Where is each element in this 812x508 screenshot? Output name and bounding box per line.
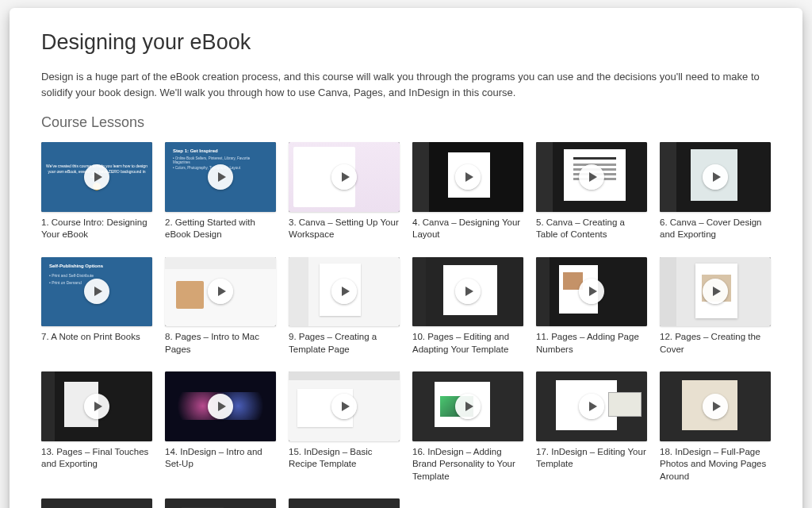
lesson-thumbnail (412, 257, 523, 327)
lesson-title: 12. Pages – Creating the Cover (660, 331, 771, 356)
lesson-thumbnail (289, 257, 400, 327)
slide-header: Self-Publishing Options (49, 264, 144, 268)
lesson-title: 9. Pages – Creating a Template Page (289, 331, 400, 356)
page-title: Designing your eBook (41, 30, 771, 55)
lesson-title: 4. Canva – Designing Your Layout (412, 217, 523, 241)
lesson-item[interactable]: 19. InDesign – Cover Design (41, 498, 152, 508)
lesson-item[interactable]: 21. InDesign – Final Touches and Exporti… (289, 498, 400, 508)
lesson-thumbnail (536, 371, 647, 441)
lesson-thumbnail (536, 257, 647, 327)
lesson-title: 5. Canva – Creating a Table of Contents (536, 217, 647, 241)
lesson-title: 11. Pages – Adding Page Numbers (536, 331, 647, 356)
page-description: Design is a huge part of the eBook creat… (41, 69, 771, 100)
play-icon (331, 394, 357, 419)
lesson-item[interactable]: Step 1: Get Inspired • Online Book Selle… (165, 142, 276, 241)
lesson-item[interactable]: 8. Pages – Intro to Mac Pages (165, 257, 276, 356)
section-title: Course Lessons (41, 114, 771, 131)
lesson-title: 15. InDesign – Basic Recipe Template (289, 446, 400, 471)
lesson-title: 2. Getting Started with eBook Design (165, 217, 276, 241)
lesson-thumbnail (41, 498, 152, 508)
lesson-item[interactable]: 9. Pages – Creating a Template Page (289, 257, 400, 356)
lesson-item[interactable]: Self-Publishing Options • Print and Self… (41, 257, 152, 356)
play-icon (579, 394, 604, 419)
lesson-title: 18. InDesign – Full-Page Photos and Movi… (660, 446, 771, 483)
lesson-thumbnail (289, 498, 400, 508)
play-icon (455, 164, 481, 190)
play-icon (84, 164, 109, 190)
lesson-item[interactable]: 4. Canva – Designing Your Layout (412, 142, 523, 241)
lesson-thumbnail (165, 257, 276, 327)
slide-line: • Online Book Sellers, Pinterest, Librar… (173, 156, 268, 164)
lessons-grid: We've created this course to help you le… (41, 142, 771, 508)
lesson-title: 1. Course Intro: Designing Your eBook (41, 217, 152, 241)
lesson-item[interactable]: 3. Canva – Setting Up Your Workspace (289, 142, 400, 241)
lesson-thumbnail (660, 371, 771, 441)
lesson-item[interactable]: 6. Canva – Cover Design and Exporting (660, 142, 771, 241)
lesson-title: 8. Pages – Intro to Mac Pages (165, 331, 276, 356)
lesson-thumbnail (289, 142, 400, 212)
play-icon (455, 394, 481, 419)
lesson-thumbnail (536, 142, 647, 212)
lesson-item[interactable]: 12. Pages – Creating the Cover (660, 257, 771, 356)
lesson-title: 13. Pages – Final Touches and Exporting (41, 446, 152, 471)
lesson-title: 14. InDesign – Intro and Set-Up (165, 446, 276, 471)
lesson-thumbnail: Self-Publishing Options • Print and Self… (41, 257, 152, 327)
lesson-item[interactable]: 16. InDesign – Adding Brand Personality … (412, 371, 523, 483)
play-icon (208, 164, 233, 190)
lesson-thumbnail (165, 498, 276, 508)
play-icon (579, 279, 604, 304)
lesson-title: 16. InDesign – Adding Brand Personality … (412, 446, 523, 483)
lesson-thumbnail (165, 371, 276, 441)
lesson-thumbnail (412, 371, 523, 441)
lesson-thumbnail (660, 257, 771, 327)
play-icon (455, 279, 481, 304)
lesson-thumbnail (412, 142, 523, 212)
lesson-item[interactable]: 11. Pages – Adding Page Numbers (536, 257, 647, 356)
lesson-thumbnail (660, 142, 771, 212)
play-icon (703, 279, 728, 304)
play-icon (84, 394, 109, 419)
play-icon (84, 279, 109, 304)
lesson-title: 17. InDesign – Editing Your Template (536, 446, 647, 471)
lesson-title: 6. Canva – Cover Design and Exporting (660, 217, 771, 241)
lesson-thumbnail: We've created this course to help you le… (41, 142, 152, 212)
lesson-title: 7. A Note on Print Books (41, 331, 152, 344)
lesson-thumbnail (289, 371, 400, 441)
play-icon (208, 279, 233, 304)
lesson-item[interactable]: 10. Pages – Editing and Adapting Your Te… (412, 257, 523, 356)
play-icon (703, 164, 728, 190)
slide-line: • Print and Self-Distribute (49, 273, 144, 278)
play-icon (331, 164, 357, 190)
lesson-item[interactable]: 5. Canva – Creating a Table of Contents (536, 142, 647, 241)
course-card: Designing your eBook Design is a huge pa… (10, 8, 802, 508)
play-icon (331, 279, 357, 304)
lesson-thumbnail (41, 371, 152, 441)
play-icon (208, 394, 233, 419)
play-icon (579, 164, 604, 190)
lesson-item[interactable]: 14. InDesign – Intro and Set-Up (165, 371, 276, 483)
lesson-item[interactable]: 17. InDesign – Editing Your Template (536, 371, 647, 483)
lesson-thumbnail: Step 1: Get Inspired • Online Book Selle… (165, 142, 276, 212)
lesson-item[interactable]: 18. InDesign – Full-Page Photos and Movi… (660, 371, 771, 483)
play-icon (703, 394, 728, 419)
lesson-item[interactable]: 20. InDesign – Creating A Table of Conte… (165, 498, 276, 508)
lesson-item[interactable]: 15. InDesign – Basic Recipe Template (289, 371, 400, 483)
lesson-item[interactable]: 13. Pages – Final Touches and Exporting (41, 371, 152, 483)
lesson-title: 3. Canva – Setting Up Your Workspace (289, 217, 400, 241)
slide-header: Step 1: Get Inspired (173, 148, 268, 153)
lesson-title: 10. Pages – Editing and Adapting Your Te… (412, 331, 523, 356)
lesson-item[interactable]: We've created this course to help you le… (41, 142, 152, 241)
